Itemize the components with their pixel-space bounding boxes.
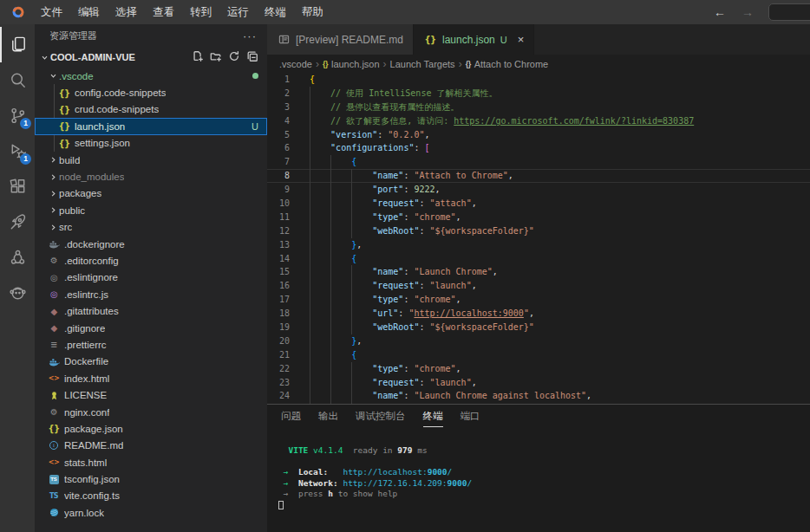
line-number[interactable]: 24 xyxy=(267,389,290,403)
line-number[interactable]: 16 xyxy=(267,279,290,293)
activity-rocket[interactable] xyxy=(0,204,35,240)
new-file-button[interactable] xyxy=(192,50,204,64)
activity-share-circles[interactable] xyxy=(0,240,35,276)
code-line[interactable]: 10 "request": "attach", xyxy=(267,197,810,211)
line-number[interactable]: 17 xyxy=(267,293,290,307)
new-folder-button[interactable] xyxy=(210,50,222,64)
line-number[interactable]: 19 xyxy=(267,321,290,334)
menu-item-5[interactable]: 运行 xyxy=(219,3,257,23)
tree-item[interactable]: ◆.gitignore xyxy=(35,320,267,336)
breadcrumb-item[interactable]: Attach to Chrome xyxy=(474,59,549,69)
menu-item-2[interactable]: 选择 xyxy=(108,3,145,23)
project-root-row[interactable]: COOL-ADMIN-VUE xyxy=(35,47,267,68)
tree-item[interactable]: {}launch.jsonU xyxy=(35,118,267,134)
code-line[interactable]: 22 "type": "chrome", xyxy=(267,362,810,376)
menu-item-7[interactable]: 帮助 xyxy=(294,3,331,23)
line-number[interactable]: 9 xyxy=(267,183,290,197)
code-line[interactable]: 20 }, xyxy=(267,334,810,348)
code-editor[interactable]: 1{2 // 使用 IntelliSense 了解相关属性。3 // 悬停以查看… xyxy=(267,73,810,404)
tree-item[interactable]: <>stats.html xyxy=(35,454,267,470)
tree-item[interactable]: build xyxy=(35,152,267,168)
tree-item[interactable]: ◎.eslintignore xyxy=(35,269,267,286)
line-number[interactable]: 6 xyxy=(267,141,290,155)
panel-tab-4[interactable]: 端口 xyxy=(452,405,489,428)
code-line[interactable]: 11 "type": "chrome", xyxy=(267,211,810,224)
tree-item[interactable]: {}settings.json xyxy=(35,135,267,152)
activity-explorer[interactable] xyxy=(0,27,35,62)
tree-item[interactable]: ⚙nginx.conf xyxy=(35,404,267,420)
line-number[interactable]: 8 xyxy=(267,169,290,183)
panel-tab-0[interactable]: 问题 xyxy=(272,405,310,428)
refresh-button[interactable] xyxy=(228,50,240,64)
tree-item[interactable]: ⚙.editorconfig xyxy=(35,252,267,269)
line-number[interactable]: 18 xyxy=(267,307,290,321)
line-number[interactable]: 21 xyxy=(267,348,290,362)
activity-search[interactable] xyxy=(0,62,35,98)
code-line[interactable]: 25 "url": "http://localhost:9000", xyxy=(267,403,810,404)
tree-item[interactable]: src xyxy=(35,219,267,236)
tree-item[interactable]: packages xyxy=(35,185,267,202)
tree-item[interactable]: ◆.gitattributes xyxy=(35,302,267,319)
tree-item[interactable]: .dockerignore xyxy=(35,236,267,252)
line-number[interactable]: 11 xyxy=(267,211,290,224)
command-center-search[interactable] xyxy=(768,3,810,21)
tree-item[interactable]: {}package.json xyxy=(35,420,267,437)
tree-item[interactable]: ≡.prettierrc xyxy=(35,336,267,353)
breadcrumb-item[interactable]: Launch Targets xyxy=(390,59,455,69)
line-number[interactable]: 1 xyxy=(267,73,290,87)
menu-item-1[interactable]: 编辑 xyxy=(70,3,108,23)
line-number[interactable]: 10 xyxy=(267,197,290,211)
code-line[interactable]: 9 "port": 9222, xyxy=(267,183,810,197)
code-line[interactable]: 7 { xyxy=(267,155,810,169)
editor-tab-1[interactable]: {}launch.jsonU× xyxy=(414,24,534,55)
line-number[interactable]: 23 xyxy=(267,376,290,390)
tab-close-icon[interactable]: × xyxy=(518,33,525,46)
line-number[interactable]: 13 xyxy=(267,238,290,252)
menu-item-0[interactable]: 文件 xyxy=(33,3,70,23)
menu-item-4[interactable]: 转到 xyxy=(182,3,219,23)
code-line[interactable]: 5 "version": "0.2.0", xyxy=(267,128,810,142)
code-line[interactable]: 19 "webRoot": "${workspaceFolder}" xyxy=(267,321,810,334)
tree-item[interactable]: ◎.eslintrc.js xyxy=(35,286,267,302)
line-number[interactable]: 5 xyxy=(267,128,290,142)
breadcrumb-item[interactable]: launch.json xyxy=(331,59,380,69)
code-line[interactable]: 18 "url": "http://localhost:9000", xyxy=(267,307,810,321)
code-line[interactable]: 14 { xyxy=(267,252,810,266)
nav-forward-button[interactable]: → xyxy=(734,5,761,19)
code-line[interactable]: 17 "type": "chrome", xyxy=(267,293,810,307)
editor-tab-0[interactable]: [Preview] README.md xyxy=(267,24,414,55)
tree-item[interactable]: yarn.lock xyxy=(35,504,267,521)
terminal-output[interactable]: VITE v4.1.4 ready in 979 ms → Local: htt… xyxy=(267,428,810,510)
code-line[interactable]: 21 { xyxy=(267,348,810,362)
code-line[interactable]: 16 "request": "launch", xyxy=(267,279,810,293)
tree-item[interactable]: {}config.code-snippets xyxy=(35,84,267,101)
line-number[interactable]: 12 xyxy=(267,224,290,238)
collapse-all-button[interactable] xyxy=(246,50,258,64)
line-number[interactable]: 25 xyxy=(267,403,290,404)
nav-back-button[interactable]: ← xyxy=(706,5,734,19)
tree-item[interactable]: public xyxy=(35,202,267,218)
line-number[interactable]: 3 xyxy=(267,101,290,114)
breadcrumb-item[interactable]: .vscode xyxy=(279,59,312,69)
code-line[interactable]: 23 "request": "launch", xyxy=(267,376,810,390)
code-line[interactable]: 24 "name": "Launch Chrome against localh… xyxy=(267,389,810,403)
tree-item[interactable]: iREADME.md xyxy=(35,438,267,454)
activity-ai-monkey[interactable] xyxy=(0,276,35,311)
line-number[interactable]: 20 xyxy=(267,334,290,348)
code-line[interactable]: 6 "configurations": [ xyxy=(267,141,810,155)
code-line[interactable]: 3 // 悬停以查看现有属性的描述。 xyxy=(267,101,810,114)
line-number[interactable]: 7 xyxy=(267,155,290,169)
code-line[interactable]: 12 "webRoot": "${workspaceFolder}" xyxy=(267,224,810,238)
line-number[interactable]: 4 xyxy=(267,114,290,128)
tree-item[interactable]: {}crud.code-snippets xyxy=(35,101,267,118)
code-line[interactable]: 1{ xyxy=(267,73,810,87)
code-line[interactable]: 4 // 欲了解更多信息, 请访问: https://go.microsoft.… xyxy=(267,114,810,128)
menu-item-3[interactable]: 查看 xyxy=(145,3,182,23)
panel-tab-2[interactable]: 调试控制台 xyxy=(347,405,415,428)
activity-source-control[interactable]: 1 xyxy=(0,98,35,133)
tree-item[interactable]: <>index.html xyxy=(35,370,267,386)
line-number[interactable]: 15 xyxy=(267,265,290,279)
line-number[interactable]: 14 xyxy=(267,252,290,266)
code-line[interactable]: 15 "name": "Launch Chrome", xyxy=(267,265,810,279)
more-actions-icon[interactable]: ··· xyxy=(243,29,257,42)
